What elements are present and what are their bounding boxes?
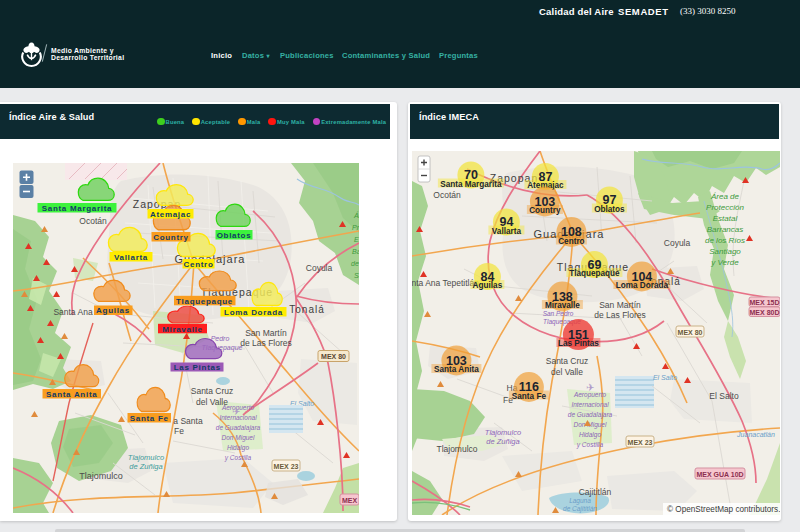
- svg-text:Country: Country: [153, 233, 189, 242]
- svg-text:Pro: Pro: [352, 224, 359, 231]
- svg-text:San Martín: San Martín: [245, 328, 287, 338]
- svg-text:Aguilas: Aguilas: [472, 281, 502, 290]
- svg-text:Protección: Protección: [706, 203, 744, 212]
- svg-text:Tlaquepaque: Tlaquepaque: [175, 297, 232, 306]
- svg-text:Don Miguel: Don Miguel: [221, 434, 254, 442]
- svg-text:Santa Fe: Santa Fe: [129, 414, 168, 423]
- svg-text:Juanacatlán: Juanacatlán: [736, 431, 775, 438]
- svg-text:Santa Cruz: Santa Cruz: [545, 356, 588, 366]
- svg-text:a Santa: a Santa: [173, 416, 203, 426]
- svg-text:MEX 80D: MEX 80D: [749, 309, 779, 316]
- svg-text:El Salto: El Salto: [709, 391, 739, 401]
- svg-text:Ocotán: Ocotán: [79, 216, 107, 226]
- svg-text:Oblatos: Oblatos: [594, 205, 625, 214]
- svg-text:Ba: Ba: [352, 248, 359, 255]
- svg-text:Santa Margarita: Santa Margarita: [41, 204, 112, 213]
- svg-text:Tlajomulco: Tlajomulco: [79, 471, 123, 481]
- svg-text:MEX GUA 10D: MEX GUA 10D: [696, 471, 743, 478]
- svg-text:Santiago: Santiago: [709, 247, 741, 256]
- svg-text:MEX 23: MEX 23: [273, 463, 298, 470]
- svg-text:Cajititlán: Cajititlán: [578, 487, 611, 497]
- svg-text:Barrancas: Barrancas: [706, 225, 742, 234]
- svg-text:Hidalgo: Hidalgo: [226, 444, 248, 452]
- svg-text:Tlaquepaque: Tlaquepaque: [569, 269, 620, 278]
- svg-text:Internacional: Internacional: [571, 401, 609, 408]
- svg-text:Vallarta: Vallarta: [491, 227, 521, 236]
- svg-text:MEX 80: MEX 80: [677, 329, 702, 336]
- svg-text:MEX 23: MEX 23: [627, 439, 652, 446]
- svg-text:Oblatos: Oblatos: [216, 231, 251, 240]
- svg-text:de Guadalajara: de Guadalajara: [215, 424, 260, 432]
- svg-text:del Valle: del Valle: [551, 367, 583, 377]
- svg-text:Las Pintas: Las Pintas: [173, 363, 220, 372]
- svg-text:El Salto: El Salto: [652, 374, 676, 381]
- svg-text:Vallarta: Vallarta: [113, 253, 147, 262]
- svg-text:Aguilas: Aguilas: [96, 306, 130, 315]
- svg-text:Santa Anita: Santa Anita: [45, 390, 96, 399]
- svg-text:de Las Flores: de Las Flores: [240, 338, 292, 348]
- svg-text:Centro: Centro: [558, 237, 584, 246]
- svg-text:✈: ✈: [232, 406, 240, 417]
- svg-text:Loma Dorada: Loma Dorada: [615, 281, 668, 290]
- svg-text:Santa Cruz: Santa Cruz: [190, 386, 233, 396]
- svg-text:de: de: [351, 260, 359, 267]
- svg-text:Miravalle: Miravalle: [162, 325, 203, 334]
- svg-text:MEX: MEX: [341, 497, 357, 504]
- svg-text:de Cajititlán: de Cajititlán: [563, 505, 597, 513]
- svg-text:MEX 80: MEX 80: [321, 353, 346, 360]
- svg-text:Tlajomulco: Tlajomulco: [127, 453, 163, 462]
- svg-text:de Zuñiga: de Zuñiga: [129, 462, 162, 471]
- svg-text:Country: Country: [529, 206, 561, 215]
- svg-text:de Guadalajara: de Guadalajara: [567, 411, 612, 419]
- svg-text:Tlajomulco: Tlajomulco: [436, 444, 477, 454]
- svg-text:de Las Flores: de Las Flores: [594, 310, 646, 320]
- svg-text:Centro: Centro: [183, 260, 213, 269]
- svg-text:de los Ríos: de los Ríos: [704, 236, 744, 245]
- svg-text:de Zuñiga: de Zuñiga: [486, 437, 519, 446]
- svg-text:Es: Es: [354, 236, 359, 243]
- svg-text:Tonalá: Tonalá: [289, 304, 324, 315]
- svg-text:Área de: Área de: [709, 192, 739, 201]
- svg-text:Atemajac: Atemajac: [149, 210, 190, 219]
- svg-text:Santa Ana Tepetitlán: Santa Ana Tepetitlán: [412, 278, 479, 288]
- svg-text:Ocotán: Ocotán: [433, 190, 461, 200]
- svg-text:Estatal: Estatal: [712, 214, 737, 223]
- svg-text:Laguna: Laguna: [569, 497, 591, 505]
- svg-text:Ár: Ár: [353, 211, 359, 219]
- svg-text:y Verde: y Verde: [710, 258, 739, 267]
- svg-text:San Martín: San Martín: [599, 300, 641, 310]
- svg-text:y Costilla: y Costilla: [575, 441, 603, 449]
- svg-text:✈: ✈: [586, 382, 594, 393]
- svg-text:Coyula: Coyula: [305, 263, 332, 273]
- svg-text:Coyula: Coyula: [663, 238, 690, 248]
- svg-text:Santa Fe: Santa Fe: [511, 392, 546, 401]
- svg-text:Santa Anita: Santa Anita: [434, 365, 479, 374]
- svg-text:Miravalle: Miravalle: [544, 301, 579, 310]
- svg-text:Las Pintas: Las Pintas: [557, 339, 598, 348]
- svg-text:Santa Margarita: Santa Margarita: [440, 180, 502, 189]
- svg-text:San Pedro: San Pedro: [542, 310, 573, 317]
- svg-text:© OpenStreetMap contributors.: © OpenStreetMap contributors.: [667, 505, 780, 514]
- svg-text:Sa: Sa: [354, 272, 359, 279]
- svg-text:Loma Dorada: Loma Dorada: [224, 308, 283, 317]
- svg-text:Hidalgo: Hidalgo: [578, 431, 600, 439]
- svg-text:Fe: Fe: [174, 426, 184, 436]
- svg-text:y Costilla: y Costilla: [223, 454, 251, 462]
- svg-text:Santa Ana: Santa Ana: [53, 307, 93, 317]
- svg-text:Tlajomulco: Tlajomulco: [484, 428, 520, 437]
- svg-text:MEX 15D: MEX 15D: [749, 299, 779, 306]
